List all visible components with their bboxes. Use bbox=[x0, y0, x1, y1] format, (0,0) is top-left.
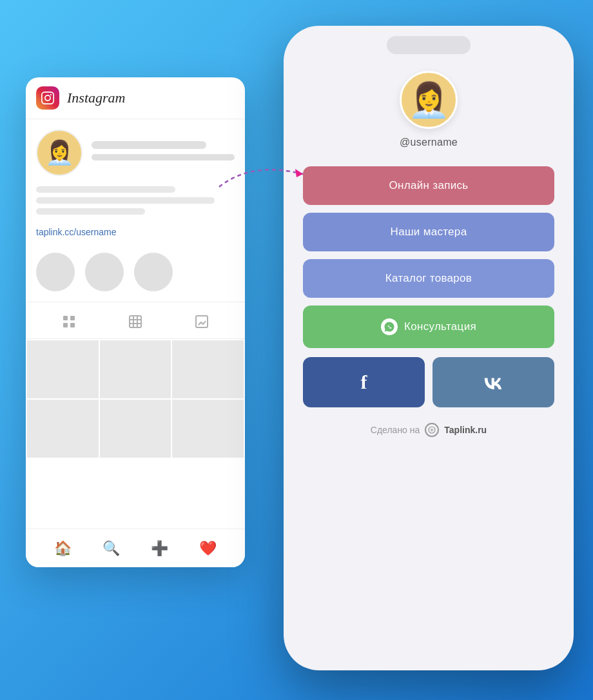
ig-tab-row bbox=[26, 307, 245, 339]
taplink-buttons-list: Онлайн запись Наши мастера Каталог товар… bbox=[303, 166, 554, 348]
taplink-phone-mockup: 👩‍💼 @username Онлайн запись Наши мастера… bbox=[284, 26, 574, 670]
ig-search-icon[interactable]: 🔍 bbox=[102, 540, 120, 557]
whatsapp-icon bbox=[381, 318, 398, 335]
ig-grid-cell-6 bbox=[172, 400, 244, 458]
ig-add-icon[interactable]: ➕ bbox=[151, 540, 168, 557]
consultation-label: Консультация bbox=[404, 320, 476, 333]
instagram-title: Instagram bbox=[67, 90, 125, 106]
ig-bottom-nav: 🏠 🔍 ➕ ❤️ bbox=[26, 529, 245, 567]
svg-rect-3 bbox=[63, 316, 68, 320]
phone-notch-area bbox=[284, 26, 574, 58]
svg-rect-5 bbox=[63, 323, 68, 327]
ig-header: Instagram bbox=[26, 77, 245, 119]
phone-notch bbox=[387, 36, 471, 54]
svg-point-2 bbox=[50, 94, 52, 95]
ig-bio bbox=[26, 186, 245, 227]
ig-highlights-row bbox=[26, 248, 245, 302]
ig-heart-icon[interactable]: ❤️ bbox=[199, 540, 217, 557]
vkontakte-button[interactable] bbox=[433, 357, 554, 407]
ig-tab-grid-icon[interactable] bbox=[61, 314, 77, 332]
ig-highlight-3 bbox=[134, 253, 173, 291]
ig-divider-1 bbox=[26, 302, 245, 302]
ig-grid-cell-5 bbox=[100, 400, 171, 458]
svg-rect-0 bbox=[42, 92, 53, 104]
taplink-username: @username bbox=[400, 137, 458, 148]
footer-made-on-text: Сделано на bbox=[371, 425, 420, 435]
ig-grid-cell-1 bbox=[27, 340, 99, 398]
our-masters-button[interactable]: Наши мастера bbox=[303, 213, 554, 251]
instagram-phone-mockup: Instagram 👩‍💼 taplink.cc/username bbox=[26, 77, 245, 567]
taplink-social-row: f bbox=[303, 357, 554, 407]
ig-avatar: 👩‍💼 bbox=[36, 130, 83, 176]
ig-bio-line-1 bbox=[36, 186, 175, 193]
ig-tab-tagged-icon[interactable] bbox=[194, 314, 209, 332]
ig-profile-section: 👩‍💼 bbox=[26, 119, 245, 186]
taplink-logo-icon bbox=[425, 423, 439, 437]
ig-photo-grid bbox=[26, 339, 245, 459]
taplink-footer: Сделано на Taplink.ru bbox=[371, 423, 487, 437]
ig-bio-line-3 bbox=[36, 208, 145, 215]
taplink-content: 👩‍💼 @username Онлайн запись Наши мастера… bbox=[284, 58, 574, 456]
facebook-icon: f bbox=[361, 371, 367, 393]
facebook-button[interactable]: f bbox=[303, 357, 425, 407]
ig-grid-cell-2 bbox=[100, 340, 171, 398]
arrow-connector bbox=[213, 155, 316, 196]
taplink-avatar: 👩‍💼 bbox=[400, 71, 458, 129]
svg-point-1 bbox=[45, 95, 50, 101]
ig-tab-reels-icon[interactable] bbox=[128, 314, 143, 332]
ig-name-placeholder bbox=[92, 141, 206, 149]
footer-brand-text: Taplink.ru bbox=[444, 425, 487, 435]
ig-bio-line-2 bbox=[36, 197, 215, 204]
svg-rect-4 bbox=[70, 316, 75, 320]
ig-grid-cell-4 bbox=[27, 400, 99, 458]
catalog-button[interactable]: Каталог товаров bbox=[303, 259, 554, 298]
ig-taplink-url[interactable]: taplink.cc/username bbox=[26, 227, 245, 248]
ig-highlight-1 bbox=[36, 253, 75, 291]
ig-home-icon[interactable]: 🏠 bbox=[54, 540, 72, 557]
instagram-logo-icon bbox=[36, 86, 59, 110]
vk-icon bbox=[482, 375, 505, 389]
svg-rect-7 bbox=[130, 316, 141, 327]
online-booking-button[interactable]: Онлайн запись bbox=[303, 166, 554, 205]
ig-grid-cell-3 bbox=[172, 340, 244, 398]
ig-highlight-2 bbox=[85, 253, 124, 291]
consultation-button[interactable]: Консультация bbox=[303, 306, 554, 348]
svg-rect-6 bbox=[70, 323, 75, 327]
